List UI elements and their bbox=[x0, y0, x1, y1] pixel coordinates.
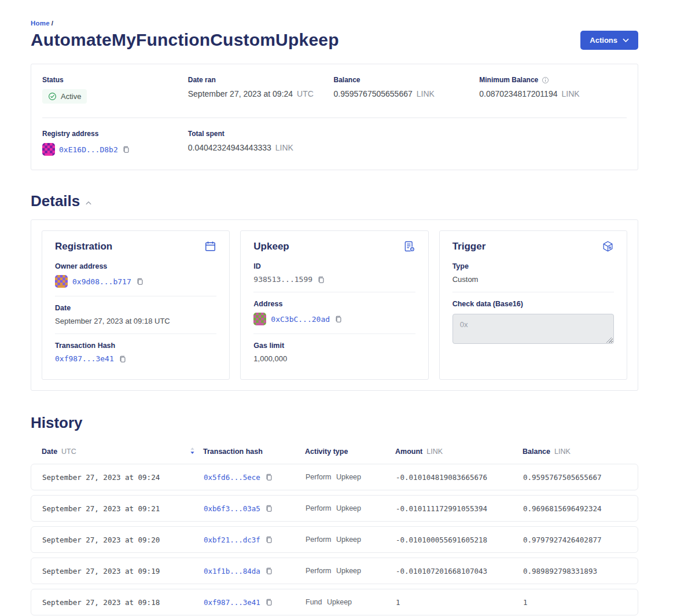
upkeep-address-section: Address 0xC3bC...20ad bbox=[253, 292, 415, 333]
cell-balance: 0.989892798331893 bbox=[523, 567, 638, 575]
copy-icon[interactable] bbox=[265, 504, 273, 512]
history-table: Date UTC Transaction hash Activity type … bbox=[31, 447, 638, 616]
cell-date: September 27, 2023 at 09:20 bbox=[42, 536, 204, 544]
upkeep-id-value: 938513...1599 bbox=[253, 275, 312, 284]
registry-address-label: Registry address bbox=[42, 130, 188, 138]
check-data-section: Check data (Base16) bbox=[452, 292, 614, 354]
date-ran-value: September 27, 2023 at 09:24 bbox=[188, 89, 293, 98]
min-balance-value: 0.0870234817201194 bbox=[479, 89, 557, 98]
cell-activity-type: Perform Upkeep bbox=[306, 473, 396, 481]
cell-tx-hash: 0xb6f3...03a5 bbox=[204, 504, 306, 513]
cell-amount: -0.010111172991055394 bbox=[396, 504, 523, 513]
registry-identicon bbox=[42, 143, 55, 156]
registration-date-value: September 27, 2023 at 09:18 UTC bbox=[55, 317, 216, 325]
date-column-unit: UTC bbox=[61, 448, 76, 456]
details-heading: Details bbox=[31, 192, 638, 210]
column-header-activity: Activity type bbox=[305, 448, 395, 456]
owner-address-label: Owner address bbox=[55, 262, 216, 270]
amount-column-label: Amount bbox=[395, 448, 422, 456]
cell-balance: 1 bbox=[523, 598, 638, 607]
cell-tx-hash: 0x5fd6...5ece bbox=[204, 473, 306, 482]
balance-value: 0.9595767505655667 bbox=[334, 89, 413, 98]
collapse-caret-icon[interactable] bbox=[86, 197, 91, 205]
actions-button-label: Actions bbox=[590, 36, 617, 45]
sort-icon[interactable] bbox=[190, 447, 195, 456]
details-panel: Registration Owner address 0x9d08...b717 bbox=[31, 219, 638, 391]
cell-tx-hash: 0xbf21...dc3f bbox=[204, 536, 306, 544]
summary-bottom-row: Registry address 0xE16D...D8b2 Total spe… bbox=[31, 118, 638, 170]
summary-top-row: Status Active Date ran September 27, 202… bbox=[31, 64, 638, 118]
copy-icon[interactable] bbox=[334, 315, 343, 323]
cell-date: September 27, 2023 at 09:19 bbox=[42, 567, 204, 575]
cell-date: September 27, 2023 at 09:21 bbox=[42, 504, 204, 513]
trigger-card-title: Trigger bbox=[452, 241, 486, 252]
registration-date-label: Date bbox=[55, 304, 216, 312]
transaction-hash-link[interactable]: 0xf987...3e41 bbox=[55, 354, 114, 363]
owner-address-link[interactable]: 0x9d08...b717 bbox=[72, 277, 131, 286]
upkeep-address-label: Address bbox=[253, 300, 415, 308]
cell-amount: -0.010100055691605218 bbox=[396, 536, 523, 544]
transaction-hash-label: Transaction Hash bbox=[55, 342, 216, 350]
check-data-textarea[interactable] bbox=[452, 314, 614, 344]
balance-column-label: Balance bbox=[523, 448, 550, 456]
copy-icon[interactable] bbox=[136, 277, 144, 285]
table-row: September 27, 2023 at 09:21 0xb6f3...03a… bbox=[31, 495, 638, 522]
table-row: September 27, 2023 at 09:18 0xf987...3e4… bbox=[31, 589, 638, 615]
title-row: AutomateMyFunctionCustomUpkeep Actions bbox=[31, 30, 638, 50]
column-header-balance: Balance LINK bbox=[523, 448, 638, 456]
upkeep-id-label: ID bbox=[253, 262, 415, 270]
cell-date: September 27, 2023 at 09:18 bbox=[42, 598, 204, 607]
cell-amount: -0.010107201668107043 bbox=[396, 567, 523, 575]
copy-icon[interactable] bbox=[265, 567, 273, 575]
date-ran-unit: UTC bbox=[297, 89, 314, 98]
owner-address-section: Owner address 0x9d08...b717 bbox=[55, 255, 216, 296]
cell-amount: 1 bbox=[396, 598, 523, 607]
tx-hash-link[interactable]: 0x5fd6...5ece bbox=[204, 473, 260, 482]
tx-hash-link[interactable]: 0xb6f3...03a5 bbox=[204, 504, 260, 513]
total-spent-unit: LINK bbox=[275, 143, 293, 152]
registration-card: Registration Owner address 0x9d08...b717 bbox=[42, 230, 230, 380]
breadcrumb-home-link[interactable]: Home bbox=[31, 20, 50, 27]
column-header-amount: Amount LINK bbox=[395, 448, 523, 456]
copy-icon[interactable] bbox=[265, 598, 273, 606]
check-circle-icon bbox=[48, 92, 57, 101]
copy-icon[interactable] bbox=[265, 536, 273, 544]
amount-column-unit: LINK bbox=[426, 448, 443, 456]
upkeep-detail-page: Home/ AutomateMyFunctionCustomUpkeep Act… bbox=[0, 0, 699, 616]
tx-hash-link[interactable]: 0xf987...3e41 bbox=[204, 598, 260, 607]
table-row: September 27, 2023 at 09:20 0xbf21...dc3… bbox=[31, 526, 638, 553]
upkeep-address-link[interactable]: 0xC3bC...20ad bbox=[271, 315, 330, 324]
copy-icon[interactable] bbox=[119, 355, 127, 363]
actions-button[interactable]: Actions bbox=[580, 31, 638, 50]
info-icon[interactable] bbox=[542, 76, 549, 84]
document-gear-icon bbox=[403, 240, 415, 252]
cell-balance: 0.9595767505655667 bbox=[523, 473, 638, 482]
registration-card-title: Registration bbox=[55, 241, 112, 252]
registry-address-link[interactable]: 0xE16D...D8b2 bbox=[59, 145, 118, 154]
column-header-date[interactable]: Date UTC bbox=[42, 447, 203, 456]
summary-card: Status Active Date ran September 27, 202… bbox=[31, 64, 638, 170]
balance-label: Balance bbox=[334, 76, 480, 84]
tx-hash-link[interactable]: 0x1f1b...84da bbox=[204, 567, 260, 575]
check-data-label: Check data (Base16) bbox=[452, 300, 614, 308]
copy-icon[interactable] bbox=[265, 473, 273, 481]
status-label: Status bbox=[42, 76, 188, 84]
trigger-card: Trigger Type Custom Check data (Base16) bbox=[439, 230, 627, 380]
cell-activity-type: Perform Upkeep bbox=[306, 567, 396, 575]
upkeep-card-title: Upkeep bbox=[253, 241, 289, 252]
balance-unit: LINK bbox=[417, 89, 435, 98]
activity-column-label: Activity type bbox=[305, 448, 348, 456]
history-heading: History bbox=[31, 414, 638, 432]
cell-tx-hash: 0x1f1b...84da bbox=[204, 567, 306, 575]
copy-icon[interactable] bbox=[317, 276, 325, 284]
cell-amount: -0.010104819083665676 bbox=[396, 473, 523, 482]
cell-activity-type: Perform Upkeep bbox=[306, 504, 396, 512]
tx-hash-link[interactable]: 0xbf21...dc3f bbox=[204, 536, 260, 544]
balance-field: Balance 0.9595767505655667 LINK bbox=[334, 76, 480, 104]
history-heading-text: History bbox=[31, 414, 83, 432]
table-row: September 27, 2023 at 09:24 0x5fd6...5ec… bbox=[31, 464, 638, 490]
breadcrumb: Home/ bbox=[31, 20, 638, 27]
copy-icon[interactable] bbox=[122, 145, 130, 153]
total-spent-value: 0.04042324943443333 bbox=[188, 143, 271, 152]
column-header-tx-hash: Transaction hash bbox=[203, 448, 305, 456]
